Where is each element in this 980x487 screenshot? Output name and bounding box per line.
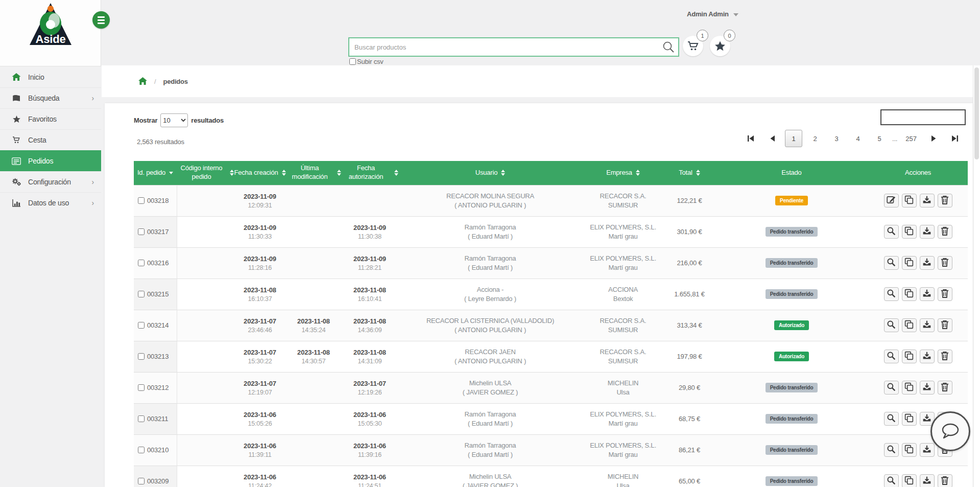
- column-header-c-digo-interno-pedido[interactable]: Código interno pedido: [177, 161, 234, 185]
- pagination-last-button[interactable]: [946, 130, 964, 147]
- view-button[interactable]: [884, 350, 899, 363]
- pagination-page-2[interactable]: 2: [806, 130, 824, 147]
- copy-button[interactable]: [902, 474, 917, 487]
- status-badge: Pedido transferido: [766, 227, 818, 237]
- download-button[interactable]: [920, 194, 935, 207]
- copy-button[interactable]: [902, 287, 917, 301]
- pagination-page-4[interactable]: 4: [849, 130, 867, 147]
- search-icon[interactable]: [661, 39, 676, 55]
- sidebar-item-b-squeda[interactable]: Búsqueda›: [0, 87, 101, 108]
- actions-cell: [868, 341, 968, 372]
- row-checkbox[interactable]: [138, 322, 145, 329]
- view-button[interactable]: [884, 318, 899, 332]
- search-input[interactable]: [348, 37, 679, 57]
- user-menu[interactable]: Admin Admin: [687, 10, 738, 18]
- sidebar-item-configuraci-n[interactable]: Configuración›: [0, 171, 101, 192]
- pagination-first-button[interactable]: [742, 130, 759, 147]
- copy-button[interactable]: [902, 318, 917, 332]
- row-checkbox[interactable]: [138, 447, 145, 453]
- download-button[interactable]: [920, 225, 935, 239]
- scrollbar-thumb[interactable]: [974, 67, 979, 159]
- column-header-fecha-autorizaci-n[interactable]: Fecha autorización: [341, 161, 398, 185]
- copy-button[interactable]: [902, 350, 917, 363]
- favorites-button[interactable]: 0: [710, 36, 730, 56]
- delete-button[interactable]: [938, 474, 952, 487]
- row-checkbox[interactable]: [138, 291, 145, 297]
- sidebar-item-datos-de-uso[interactable]: Datos de uso›: [0, 192, 101, 213]
- download-button[interactable]: [920, 287, 935, 301]
- upload-csv-checkbox[interactable]: [349, 58, 356, 65]
- pagination-ellipsis: ...: [892, 135, 897, 143]
- sidebar-toggle-button[interactable]: [92, 11, 110, 29]
- page-size-select[interactable]: 10: [160, 113, 188, 127]
- chat-button[interactable]: [930, 411, 970, 451]
- sidebar-item-label: Inicio: [28, 73, 44, 81]
- copy-button[interactable]: [902, 194, 917, 207]
- column-header-id-pedido[interactable]: Id. pedido: [134, 161, 177, 185]
- cart-button[interactable]: 1: [683, 36, 703, 56]
- download-button[interactable]: [920, 318, 935, 332]
- download-button[interactable]: [920, 443, 935, 457]
- delete-button[interactable]: [938, 225, 952, 239]
- pagination-prev-button[interactable]: [763, 130, 781, 147]
- order-id: 003216: [147, 259, 169, 267]
- row-checkbox[interactable]: [138, 228, 145, 235]
- view-button[interactable]: [884, 381, 899, 395]
- column-header--ltima-modificaci-n[interactable]: Última modificación: [286, 161, 341, 185]
- sidebar-item-pedidos[interactable]: Pedidos: [0, 150, 101, 171]
- column-header-fecha-creaci-n[interactable]: Fecha creación: [234, 161, 286, 185]
- row-checkbox[interactable]: [138, 353, 145, 360]
- copy-button[interactable]: [902, 256, 917, 270]
- delete-button[interactable]: [938, 287, 952, 301]
- download-button[interactable]: [920, 350, 935, 363]
- table-filter-input[interactable]: [880, 109, 966, 125]
- row-checkbox[interactable]: [138, 197, 145, 204]
- order-id: 003210: [147, 446, 169, 454]
- delete-button[interactable]: [938, 381, 952, 395]
- delete-button[interactable]: [938, 318, 952, 332]
- brand-logo: Aside: [0, 0, 101, 66]
- pagination-page-1[interactable]: 1: [785, 130, 802, 147]
- view-button[interactable]: [884, 225, 899, 239]
- upload-csv-control[interactable]: Subir csv: [349, 58, 384, 65]
- breadcrumb-home-icon[interactable]: [138, 77, 147, 85]
- copy-button[interactable]: [902, 225, 917, 239]
- delete-button[interactable]: [938, 194, 952, 207]
- star-icon: [11, 115, 21, 123]
- delete-button[interactable]: [938, 256, 952, 270]
- status-badge: Autorizado: [774, 320, 809, 330]
- copy-icon: [904, 476, 914, 486]
- column-header-total[interactable]: Total: [664, 161, 715, 185]
- delete-button[interactable]: [938, 350, 952, 363]
- pagination-page-3[interactable]: 3: [828, 130, 845, 147]
- status-cell: Pedido transferido: [715, 403, 868, 434]
- view-button[interactable]: [884, 256, 899, 270]
- edit-button[interactable]: [884, 194, 899, 207]
- sidebar-item-cesta[interactable]: Cesta: [0, 129, 101, 150]
- view-button[interactable]: [884, 287, 899, 301]
- view-button[interactable]: [884, 474, 899, 487]
- app-window: Aside Admin Admin Subir csv 1 0: [0, 0, 980, 487]
- sidebar-item-inicio[interactable]: Inicio: [0, 66, 101, 87]
- row-checkbox[interactable]: [138, 415, 145, 422]
- column-header-usuario[interactable]: Usuario: [398, 161, 582, 185]
- pagination-next-button[interactable]: [925, 130, 942, 147]
- copy-button[interactable]: [902, 443, 917, 457]
- copy-button[interactable]: [902, 412, 917, 426]
- date-value: 2023-11-08: [287, 349, 340, 356]
- row-checkbox[interactable]: [138, 384, 145, 391]
- download-button[interactable]: [920, 381, 935, 395]
- view-button[interactable]: [884, 412, 899, 426]
- pagination-page-257[interactable]: 257: [901, 130, 921, 147]
- column-header-empresa[interactable]: Empresa: [582, 161, 664, 185]
- copy-button[interactable]: [902, 381, 917, 395]
- row-checkbox[interactable]: [138, 260, 145, 266]
- download-button[interactable]: [920, 474, 935, 487]
- download-button[interactable]: [920, 256, 935, 270]
- order-row-003213: 0032132023-11-0715:30:222023-11-0814:30:…: [134, 341, 968, 372]
- row-checkbox[interactable]: [138, 478, 145, 484]
- view-button[interactable]: [884, 443, 899, 457]
- pagination-page-5[interactable]: 5: [871, 130, 888, 147]
- sidebar-item-favoritos[interactable]: Favoritos: [0, 108, 101, 129]
- page-scrollbar[interactable]: [973, 65, 980, 487]
